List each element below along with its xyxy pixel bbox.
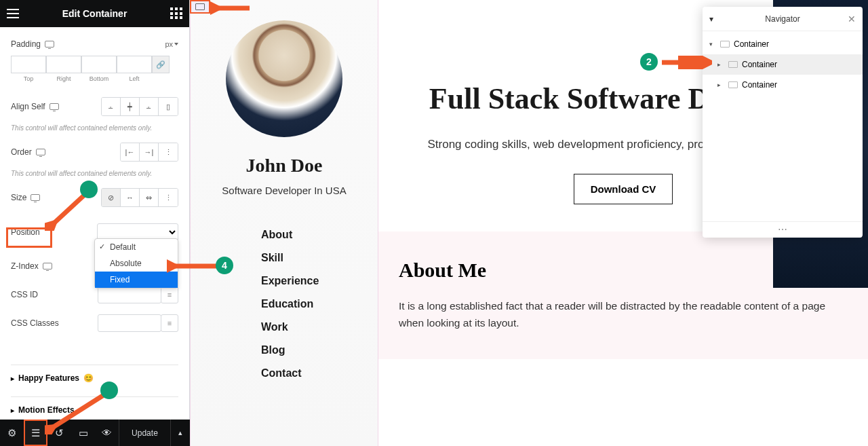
container-icon	[195, 3, 205, 10]
annotation-badge-2: 2	[640, 53, 658, 71]
position-opt-absolute[interactable]: Absolute	[95, 255, 178, 272]
position-opt-default[interactable]: Default	[95, 239, 178, 255]
profile-name: John Doe	[191, 155, 378, 176]
annotation-arrow-1	[210, 0, 251, 15]
navigator-title: Navigator	[765, 14, 800, 24]
menu-skill[interactable]: Skill	[261, 246, 378, 270]
align-start-button[interactable]: ⫠	[102, 98, 121, 115]
navigator-toggle-button[interactable]: ☰	[24, 420, 47, 446]
svg-line-3	[50, 394, 106, 429]
menu-icon[interactable]	[7, 9, 19, 18]
padding-row: Padding px	[11, 34, 178, 54]
alignself-buttons: ⫠ ┿ ⫠ ▯	[101, 97, 178, 116]
align-center-button[interactable]: ┿	[121, 98, 140, 115]
size-label: Size	[11, 193, 26, 202]
cssclasses-row: CSS Classes ≡	[11, 309, 178, 337]
container-icon	[728, 81, 738, 88]
padding-left-input[interactable]	[117, 56, 152, 73]
cssclasses-label: CSS Classes	[11, 318, 59, 328]
navigator-panel: ▾ Navigator ✕ ▾Container ▸Container ▸Con…	[703, 7, 863, 238]
download-cv-button[interactable]: Download CV	[574, 174, 673, 204]
responsive-icon[interactable]	[45, 41, 54, 48]
container-handle[interactable]	[190, 0, 210, 14]
annotation-arrow-4	[167, 259, 220, 273]
padding-side-labels: TopRightBottomLeft	[11, 75, 178, 82]
menu-contact[interactable]: Contact	[261, 362, 378, 385]
avatar	[226, 20, 342, 137]
alignself-row: Align Self ⫠ ┿ ⫠ ▯	[11, 92, 178, 122]
align-stretch-button[interactable]: ▯	[159, 98, 178, 115]
navigator-close-button[interactable]: ✕	[848, 14, 856, 24]
navigator-anchor-icon[interactable]: ▾	[709, 14, 713, 24]
position-label: Position	[11, 227, 40, 237]
menu-about[interactable]: About	[261, 223, 378, 246]
alignself-label: Align Self	[11, 102, 45, 111]
size-more-button[interactable]: ⋮	[159, 189, 178, 206]
panel-title: Edit Container	[62, 8, 127, 19]
size-shrink-button[interactable]: ⇔	[140, 189, 159, 206]
order-more-button[interactable]: ⋮	[159, 143, 178, 161]
size-grow-button[interactable]: ↔	[121, 189, 140, 206]
panel-body: Padding px 🔗 TopRightBottomLeft Align Se…	[0, 27, 189, 420]
annotation-badge-5	[100, 382, 118, 399]
position-row: Position Default Absolute Fixed	[11, 218, 178, 246]
navigator-footer[interactable]: ⋯	[703, 221, 863, 238]
about-text: It is a long established fact that a rea…	[399, 298, 848, 332]
annotation-arrow-2	[659, 56, 712, 69]
cssid-label: CSS ID	[11, 290, 38, 299]
responsive-icon[interactable]	[50, 103, 59, 110]
responsive-icon[interactable]	[43, 263, 52, 270]
align-end-button[interactable]: ⫠	[140, 98, 159, 115]
annotation-badge-4: 4	[216, 257, 233, 274]
accordion-happy[interactable]: Happy Features 😊	[11, 365, 178, 391]
container-icon	[728, 61, 738, 68]
settings-icon[interactable]: ⚙	[0, 420, 24, 446]
order-label: Order	[11, 147, 32, 157]
menu-blog[interactable]: Blog	[261, 339, 378, 362]
update-button[interactable]: Update	[119, 420, 170, 446]
menu-work[interactable]: Work	[261, 316, 378, 339]
profile-role: Software Developer In USA	[191, 185, 378, 196]
svg-line-1	[52, 193, 87, 225]
size-none-button[interactable]: ⊘	[102, 189, 121, 206]
annotation-arrow-5	[45, 391, 110, 434]
padding-right-input[interactable]	[46, 56, 81, 73]
navigator-empty	[703, 99, 863, 221]
profile-menu: About Skill Experience Education Work Bl…	[191, 223, 378, 385]
padding-label: Padding	[11, 39, 41, 49]
position-opt-fixed[interactable]: Fixed	[95, 272, 178, 288]
size-buttons: ⊘ ↔ ⇔ ⋮	[101, 188, 178, 207]
note-order: This control will affect contained eleme…	[11, 170, 178, 177]
padding-top-input[interactable]	[11, 56, 46, 73]
padding-inputs: 🔗	[11, 56, 178, 73]
happy-icon: 😊	[83, 373, 94, 383]
widgets-icon[interactable]	[170, 7, 182, 20]
cssclasses-input[interactable]	[98, 314, 161, 332]
order-start-button[interactable]: |←	[121, 143, 140, 161]
order-buttons: |← →| ⋮	[120, 143, 178, 162]
tree-item-root[interactable]: ▾Container	[703, 34, 863, 54]
order-row: Order |← →| ⋮	[11, 137, 178, 167]
zindex-label: Z-Index	[11, 261, 39, 271]
link-values-icon[interactable]: 🔗	[152, 56, 170, 73]
profile-sidebar: John Doe Software Developer In USA About…	[190, 0, 378, 446]
responsive-icon[interactable]	[36, 149, 45, 155]
editor-panel: Edit Container Padding px 🔗 TopRightBott…	[0, 0, 190, 420]
container-icon	[720, 41, 730, 48]
navigator-tree: ▾Container ▸Container ▸Container	[703, 31, 863, 99]
navigator-header: ▾ Navigator ✕	[703, 7, 863, 31]
tree-item-child-1[interactable]: ▸Container	[703, 54, 863, 75]
menu-experience[interactable]: Experience	[261, 270, 378, 293]
padding-bottom-input[interactable]	[81, 56, 117, 73]
annotation-badge-3	[80, 181, 98, 198]
tree-item-child-2[interactable]: ▸Container	[703, 75, 863, 95]
panel-header: Edit Container	[0, 0, 189, 27]
position-dropdown: Default Absolute Fixed	[94, 238, 178, 289]
publish-options-button[interactable]: ▴	[170, 420, 190, 446]
order-end-button[interactable]: →|	[140, 143, 159, 161]
responsive-icon[interactable]	[31, 194, 40, 201]
menu-education[interactable]: Education	[261, 293, 378, 316]
unit-select[interactable]: px	[165, 40, 178, 48]
note-alignself: This control will affect contained eleme…	[11, 124, 178, 132]
dynamic-icon[interactable]: ≡	[161, 314, 178, 332]
